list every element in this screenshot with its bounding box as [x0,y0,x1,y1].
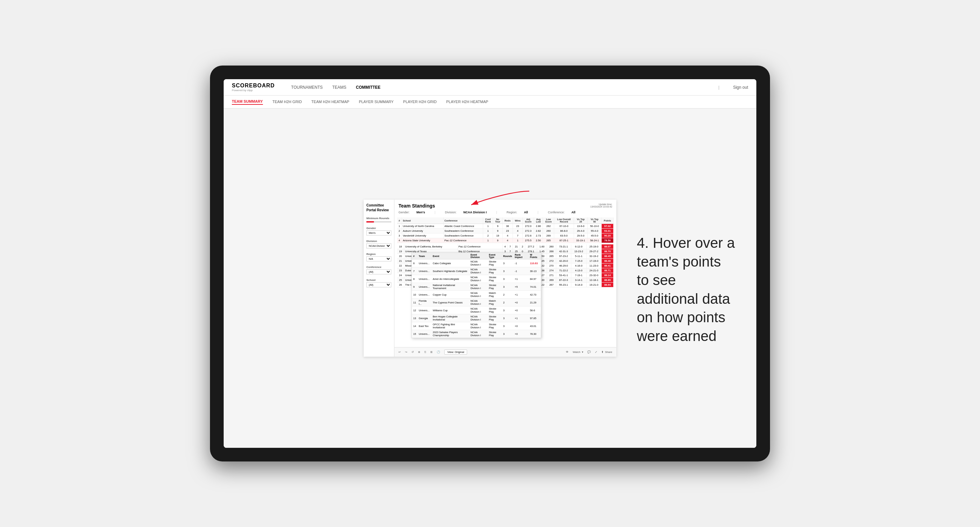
nav-tournaments[interactable]: TOURNAMENTS [291,85,323,90]
secondary-nav: TEAM SUMMARY TEAM H2H GRID TEAM H2H HEAT… [224,95,756,108]
report-title: Team Standings [398,203,612,208]
tab-player-h2h-heatmap[interactable]: PLAYER H2H HEATMAP [446,100,488,105]
tablet-screen: SCOREBOARD Powered by clipp TOURNAMENTS … [224,79,756,448]
col-wins: Wins [512,217,522,224]
list-item: 11Florida I...The Cypress Point ClassicN… [412,298,541,306]
gender-select[interactable]: Men's [366,230,391,235]
redo-icon[interactable]: ↪ [405,351,407,354]
main-content: CommitteePortal Review Minimum Rounds Ge… [224,108,756,448]
table-row: 3 Vanderbilt University Southeastern Con… [397,233,614,238]
watch-label: Watch [573,351,580,354]
col-low-score: LowScore [543,217,554,224]
sign-out-button[interactable]: Sign out [733,85,748,90]
filter-school-group: School (All) [366,278,391,287]
filter-conference-group: Conference (All) [366,265,391,275]
col-rank: # [397,217,402,224]
expand-icon[interactable]: ⤢ [595,351,597,354]
list-item: 15Univers...2023 Sahalee Players Champio… [412,330,541,338]
conference-select[interactable]: (All) [366,269,391,275]
tooltip-table: # Team Event Event Division Event Type R… [412,253,541,338]
col-conf-rank: ConfRank [483,217,493,224]
report-body: Team Standings Gender: Men's | Division:… [395,200,616,357]
col-adj-score: AdjScore [523,217,534,224]
filter-region-group: Region N/A [366,252,391,262]
eye-icon: 👁 [566,351,568,354]
table-row: 1 University of North Carolina Atlantic … [397,224,614,229]
report-wrapper: CommitteePortal Review Minimum Rounds Ge… [364,200,616,357]
chevron-down-icon: ▾ [582,351,583,354]
zoom-icon[interactable]: ⊕ [418,351,420,354]
report-sidebar: CommitteePortal Review Minimum Rounds Ge… [364,200,395,357]
col-vs-top50: Vs Top50 [588,217,602,224]
watch-button[interactable]: Watch ▾ [573,351,583,354]
share-label: Share [605,351,612,354]
comment-icon[interactable]: 💬 [587,351,591,354]
table-container: # School Conference ConfRank NoTour Rnds… [395,217,616,347]
filter-gender-group: Gender Men's [366,227,391,235]
refresh-icon[interactable]: ↺ [412,351,414,354]
bottom-bar: ↩ ↪ ↺ ⊕ ⎘ ⊞ 🕐 View: Original 👁 Watch [395,347,616,357]
nav-separator: | [718,85,719,90]
main-wrapper: CommitteePortal Review Minimum Rounds Ge… [364,200,616,357]
filter-min-rounds: Minimum Rounds [366,217,391,222]
standings-table: # School Conference ConfRank NoTour Rnds… [397,217,614,243]
table-row: 18University of California, BerkeleyPac-… [397,244,614,249]
undo-icon[interactable]: ↩ [398,351,401,354]
tooltip-overlay: # Team Event Event Division Event Type R… [412,252,541,338]
col-no-tour: NoTour [493,217,502,224]
report-header: Team Standings Gender: Men's | Division:… [395,200,616,217]
col-points: Points [601,217,613,224]
col-school: School [402,217,443,224]
list-item: 13GeorgiaBen Hogan Collegiate Invitation… [412,314,541,322]
tab-player-summary[interactable]: PLAYER SUMMARY [359,100,394,105]
view-original-button[interactable]: View: Original [444,349,467,355]
share-button[interactable]: ⬆ Share [601,351,612,354]
region-select[interactable]: N/A [366,256,391,262]
list-item: 7Univers...Southern Highlands Collegiate… [412,267,541,275]
nav-committee[interactable]: COMMITTEE [356,85,380,90]
sidebar-title: CommitteePortal Review [366,203,391,213]
table-row-highlighted: 4 Arizona State University Pac-12 Confer… [397,238,614,243]
col-overall-rec: Low OverallRecord [554,217,574,224]
list-item: 6Univers...Cabo CollegiateNCAA Division … [412,259,541,267]
list-item: 14East TexOFCC Fighting Illini Invitatio… [412,322,541,330]
nav-teams[interactable]: TEAMS [332,85,346,90]
list-item: 8Univers...Amer An IntercollegiateNCAA D… [412,275,541,283]
filters-row: Gender: Men's | Division: NCAA Division … [398,211,612,214]
annotation: 4. Hover over ateam's pointsto seeadditi… [637,234,756,346]
list-item: 9Univers...National Invitational Tournam… [412,283,541,291]
division-select[interactable]: NCAA Division I [366,243,391,249]
logo-title: SCOREBOARD [232,83,275,89]
table-row: 2 Auburn University Southeastern Confere… [397,229,614,233]
col-conference: Conference [443,217,483,224]
tablet-device: SCOREBOARD Powered by clipp TOURNAMENTS … [210,65,770,462]
grid-icon[interactable]: ⊞ [430,351,433,354]
tab-team-h2h-grid[interactable]: TEAM H2H GRID [272,100,302,105]
nav-links: TOURNAMENTS TEAMS COMMITTEE [291,85,708,90]
logo-sub: Powered by clipp [232,89,275,92]
logo-area: SCOREBOARD Powered by clipp [232,83,275,92]
col-vs-top25: Vs Top25 [574,217,588,224]
clock-icon[interactable]: 🕐 [437,351,440,354]
tab-team-summary[interactable]: TEAM SUMMARY [232,99,263,105]
tab-player-h2h-grid[interactable]: PLAYER H2H GRID [403,100,437,105]
tab-team-h2h-heatmap[interactable]: TEAM H2H HEATMAP [312,100,349,105]
list-item: 12Univers...Williams CupNCAA Division IS… [412,306,541,314]
copy-icon[interactable]: ⎘ [425,351,426,354]
school-select[interactable]: (All) [366,282,391,287]
col-rnds: Rnds [502,217,512,224]
filter-division-group: Division NCAA Division I [366,240,391,249]
annotation-text: 4. Hover over ateam's pointsto seeadditi… [637,234,756,346]
col-avg: AvgLow [534,217,543,224]
update-time: Update time:13/03/2024 10:03:42 [590,203,612,208]
top-nav: SCOREBOARD Powered by clipp TOURNAMENTS … [224,79,756,95]
list-item: 10Univers...Copper CupNCAA Division IMat… [412,291,541,298]
min-rounds-slider[interactable] [366,221,391,222]
share-icon: ⬆ [601,351,604,354]
